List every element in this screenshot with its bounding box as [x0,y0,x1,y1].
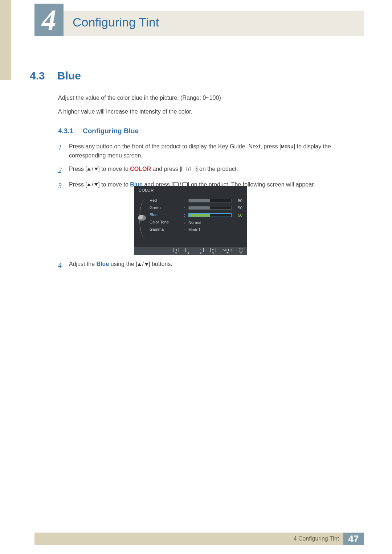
step-2: 2 Press [/] to move to COLOR and press [… [58,165,361,176]
text: Adjust the [69,261,97,267]
osd-row-blue: : 50 [184,213,242,218]
colon: : [184,220,186,225]
step-number: 1 [58,142,69,160]
value-gamma: Mode1 [188,227,201,232]
osd-footer-auto: AUTO [222,248,232,254]
subsection-number: 4.3.1 [58,127,73,135]
osd-item-red: Red [150,198,184,203]
subsection-title: Configuring Blue [83,127,139,135]
page-number-box: 47 [343,533,364,545]
chapter-number-box: 4 [34,4,64,36]
colon: : [184,227,186,232]
osd-panel: COLOR Red Green Blue Color Tone Gamma : … [134,186,247,255]
text: ] to move to [98,181,130,188]
step-number: 3 [58,180,69,192]
slider-green [188,206,232,210]
menu-key-label: MENU [281,144,293,149]
osd-menu-list: Red Green Blue Color Tone Gamma [150,197,184,245]
left-accent-stripe [0,0,11,80]
source-enter-icon: / [181,165,196,174]
colon: : [184,213,186,217]
value-green: 50 [234,206,242,210]
step-2-text: Press [/] to move to COLOR and press [/]… [69,165,361,176]
text: and press [ [151,166,181,172]
keyword-color: COLOR [130,166,151,172]
osd-row-gamma: : Mode1 [184,227,242,232]
osd-item-gamma: Gamma [150,227,184,232]
value-colortone: Normal [188,220,201,225]
step-number: 4 [58,260,69,271]
text: ] on the product. [196,166,238,172]
up-down-icon: / [87,180,98,189]
osd-values-column: : 50 : 50 : 50 : Normal [184,197,242,245]
footer-label: 4 Configuring Tint [294,535,339,542]
step-1: 1 Press any button on the front of the p… [58,142,361,160]
chapter-title: Configuring Tint [73,15,159,29]
colon: : [184,198,186,203]
osd-left-gutter [139,197,150,245]
slider-blue-selected [188,213,232,217]
osd-title: COLOR [134,186,247,194]
osd-footer-power-icon [239,248,243,254]
text: Press [ [69,181,87,188]
osd-footer: ◂ − + ↵ AUTO [134,247,247,255]
palette-icon [138,215,146,221]
text: using the [ [109,261,137,267]
page-footer: 4 Configuring Tint 47 [34,533,364,545]
up-down-icon: / [138,260,148,269]
text: ] buttons. [148,261,172,267]
osd-row-colortone: : Normal [184,220,242,225]
osd-item-colortone: Color Tone [150,220,184,225]
up-down-icon: / [87,165,98,174]
section-paragraph-1: Adjust the value of the color blue in th… [58,94,359,102]
step-4-wrap: 4 Adjust the Blue using the [/] buttons. [58,260,361,275]
colon: : [184,206,186,210]
step-number: 2 [58,165,69,176]
osd-footer-back-icon: ◂ [173,248,179,254]
text: Press any button on the front of the pro… [69,143,281,149]
osd-item-blue-selected: Blue [150,213,184,218]
auto-label: AUTO [222,248,232,252]
value-red: 50 [234,198,242,203]
section-number: 4.3 [30,70,45,82]
osd-row-red: : 50 [184,198,242,203]
section-title: Blue [57,70,81,82]
osd-item-green: Green [150,205,184,210]
text: Press [ [69,166,87,172]
text: ] to move to [98,166,130,172]
section-paragraph-2: A higher value will increase the intensi… [58,107,359,116]
step-4-text: Adjust the Blue using the [/] buttons. [69,260,361,271]
keyword-blue: Blue [97,261,109,267]
osd-footer-minus-icon: − [185,248,191,254]
step-4: 4 Adjust the Blue using the [/] buttons. [58,260,361,271]
osd-footer-enter-icon: ↵ [210,248,216,254]
osd-body: Red Green Blue Color Tone Gamma : 50 : 5… [139,197,242,245]
step-1-text: Press any button on the front of the pro… [69,142,361,160]
slider-red [188,199,232,202]
osd-footer-plus-icon: + [198,248,204,254]
osd-row-green: : 50 [184,205,242,210]
value-blue: 50 [234,213,242,217]
